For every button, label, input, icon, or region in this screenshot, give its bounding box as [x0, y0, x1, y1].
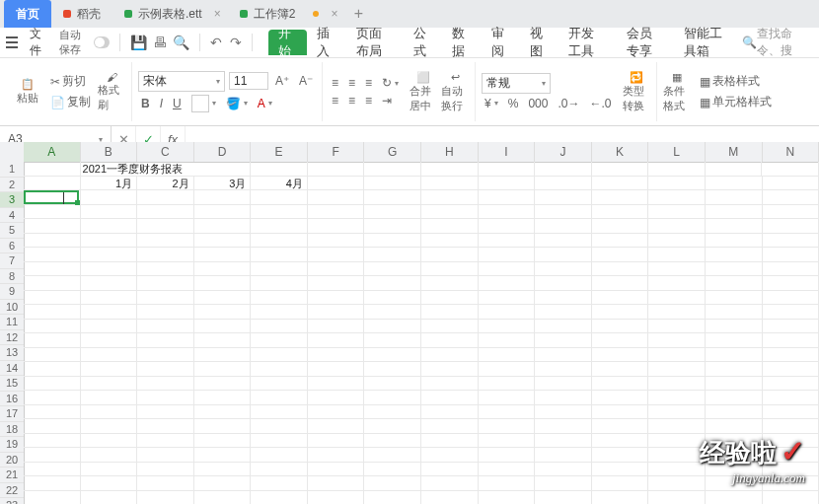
col-header[interactable]: J	[535, 142, 592, 162]
row-header[interactable]: 15	[0, 376, 24, 392]
cell[interactable]	[364, 405, 421, 420]
row-header[interactable]: 12	[0, 330, 24, 346]
cell[interactable]	[81, 276, 138, 291]
cell[interactable]	[648, 434, 706, 449]
cell[interactable]	[421, 463, 479, 477]
col-header[interactable]: D	[194, 142, 252, 162]
copy-button[interactable]: 📄 复制	[47, 93, 94, 111]
cell[interactable]	[763, 391, 819, 405]
cell[interactable]	[479, 463, 536, 477]
border-button[interactable]: ▾	[188, 94, 219, 113]
cell[interactable]	[648, 262, 706, 277]
cell[interactable]	[421, 305, 479, 320]
cell[interactable]	[194, 377, 252, 392]
col-header[interactable]: M	[706, 142, 763, 162]
cell[interactable]	[137, 234, 194, 249]
cell[interactable]	[81, 219, 138, 234]
cell[interactable]	[251, 291, 308, 306]
cell[interactable]	[479, 262, 536, 277]
cell[interactable]	[137, 463, 194, 477]
cell[interactable]	[421, 362, 479, 377]
cell[interactable]	[81, 348, 138, 363]
cell[interactable]	[535, 333, 592, 348]
cell[interactable]: 1月	[81, 177, 138, 191]
cell[interactable]: 2月	[137, 177, 194, 191]
rtab-smart[interactable]: 智能工具箱	[674, 28, 741, 57]
cell[interactable]	[137, 377, 194, 392]
cell[interactable]	[251, 205, 308, 220]
cell[interactable]	[81, 405, 138, 420]
cell[interactable]	[535, 434, 592, 449]
cell[interactable]	[706, 234, 763, 249]
fill-handle[interactable]	[75, 200, 80, 205]
cell[interactable]	[706, 348, 763, 363]
cell[interactable]	[535, 205, 592, 220]
col-header[interactable]: N	[763, 142, 819, 162]
cell[interactable]	[479, 405, 536, 420]
rtab-member[interactable]: 会员专享	[617, 28, 675, 57]
cell[interactable]	[364, 291, 421, 306]
cell[interactable]	[763, 348, 819, 363]
cell[interactable]	[763, 333, 819, 348]
menu-icon[interactable]	[6, 36, 18, 48]
cell[interactable]	[194, 476, 252, 491]
tab-home[interactable]: 首页	[4, 0, 51, 28]
cell[interactable]	[251, 391, 308, 405]
cell[interactable]	[535, 177, 592, 191]
cell[interactable]	[308, 248, 365, 262]
cell[interactable]	[24, 476, 81, 491]
cell[interactable]	[364, 348, 421, 363]
cell[interactable]	[251, 377, 308, 392]
cell[interactable]	[535, 234, 592, 249]
cell[interactable]	[479, 448, 536, 463]
cell[interactable]	[592, 276, 649, 291]
row-header[interactable]: 2	[0, 178, 24, 193]
cell[interactable]	[421, 162, 479, 177]
row-header[interactable]: 19	[0, 437, 24, 453]
cell[interactable]	[251, 234, 308, 249]
cell[interactable]	[251, 448, 308, 463]
col-header[interactable]: F	[308, 142, 365, 162]
cell[interactable]	[648, 463, 706, 477]
cell[interactable]	[24, 162, 81, 177]
cell[interactable]	[479, 348, 536, 363]
cell[interactable]	[137, 434, 194, 449]
cell[interactable]	[592, 262, 649, 277]
cell[interactable]	[421, 348, 479, 363]
rtab-dev[interactable]: 开发工具	[558, 28, 617, 57]
cell[interactable]	[648, 405, 706, 420]
cell[interactable]	[592, 205, 649, 220]
cell[interactable]	[194, 348, 252, 363]
cell[interactable]	[592, 405, 649, 420]
cell[interactable]	[137, 262, 194, 277]
cell[interactable]	[706, 333, 763, 348]
align-right[interactable]: ≡	[362, 93, 375, 108]
cell[interactable]	[81, 190, 138, 205]
row-header[interactable]: 7	[0, 253, 24, 269]
cell[interactable]	[648, 190, 706, 205]
rtab-review[interactable]: 审阅	[482, 28, 520, 57]
cell[interactable]	[308, 476, 365, 491]
cell[interactable]	[535, 419, 592, 434]
cell[interactable]	[592, 305, 649, 320]
cell[interactable]	[479, 434, 536, 449]
cell[interactable]	[535, 219, 592, 234]
cell[interactable]	[194, 291, 252, 306]
cell[interactable]	[535, 348, 592, 363]
cell[interactable]	[763, 491, 819, 505]
autosave-toggle[interactable]: 自动保存	[59, 28, 111, 57]
cell[interactable]	[251, 491, 308, 505]
cell[interactable]	[81, 463, 138, 477]
fill-color[interactable]: 🪣▾	[223, 96, 251, 111]
align-left[interactable]: ≡	[329, 93, 341, 108]
cell[interactable]	[81, 362, 138, 377]
save-icon[interactable]: 💾	[130, 34, 147, 51]
cell[interactable]	[194, 205, 252, 220]
cell[interactable]	[81, 391, 138, 405]
format-painter[interactable]: 🖌格式刷	[98, 76, 125, 108]
cell[interactable]	[763, 320, 819, 334]
cell[interactable]	[592, 162, 649, 177]
col-header[interactable]: G	[364, 142, 421, 162]
paste-button[interactable]: 📋粘贴	[14, 76, 41, 108]
cell[interactable]	[479, 391, 536, 405]
